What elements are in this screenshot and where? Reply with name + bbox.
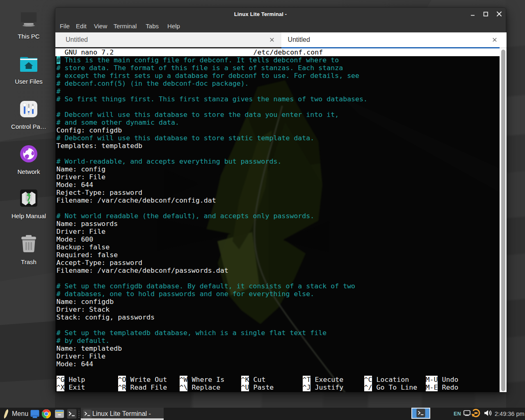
maximize-button[interactable] bbox=[480, 8, 492, 20]
nano-line: # debconf.conf(5) (in the debconf-doc pa… bbox=[57, 80, 500, 87]
tab-label: Untitled bbox=[288, 36, 310, 43]
nano-line: Filename: /var/cache/debconf/passwords.d… bbox=[57, 267, 500, 274]
nano-line: Driver: Stack bbox=[57, 306, 500, 313]
desktop-icon-label: Control Pa… bbox=[4, 123, 53, 130]
terminal-scrollbar[interactable] bbox=[500, 48, 507, 392]
nano-line: # databases, one to hold passwords and o… bbox=[57, 290, 500, 298]
nano-line: # Set up the templatedb database, which … bbox=[57, 329, 500, 337]
tab-untitled-1[interactable]: Untitled bbox=[55, 32, 281, 47]
nano-line: # Set up the configdb database. By defau… bbox=[57, 282, 500, 290]
nano-shortcut: ^W Where Is bbox=[180, 376, 225, 383]
nano-line bbox=[57, 150, 500, 158]
nano-line: Driver: File bbox=[57, 228, 500, 235]
nano-shortcut: ^K Cut bbox=[241, 376, 266, 383]
screen-tray-icon[interactable] bbox=[463, 410, 470, 418]
nano-shortcut: ^G Help bbox=[57, 376, 85, 383]
minimize-button[interactable] bbox=[467, 8, 479, 20]
desktop-icon-user-files[interactable]: User Files bbox=[4, 52, 53, 85]
nano-line: # Not world readable (the default), and … bbox=[57, 212, 500, 220]
active-task-indicator bbox=[81, 418, 164, 420]
menu-button[interactable]: Menu bbox=[0, 408, 30, 420]
taskbar-window-button[interactable]: Linux Lite Terminal - bbox=[81, 408, 164, 420]
nano-line bbox=[57, 204, 500, 212]
menubar: File Edit View Terminal Tabs Help bbox=[55, 20, 506, 32]
taskbar: Menu bbox=[0, 408, 525, 420]
nano-shortcut: ^O Write Out bbox=[118, 376, 167, 383]
user-files-icon bbox=[4, 52, 53, 72]
nano-line: Stack: config, passwords bbox=[57, 313, 500, 321]
nano-line: Driver: File bbox=[57, 173, 500, 181]
file-manager-icon[interactable] bbox=[55, 409, 64, 419]
menu-file[interactable]: File bbox=[60, 20, 70, 32]
close-button[interactable] bbox=[493, 8, 505, 20]
menu-view[interactable]: View bbox=[94, 20, 107, 32]
nano-shortcut: ^U Paste bbox=[241, 383, 274, 391]
nano-line: Mode: 644 bbox=[57, 360, 500, 368]
scrollbar-thumb[interactable] bbox=[501, 50, 505, 391]
panel-separator bbox=[78, 409, 80, 418]
nano-shortcut: ^T Execute bbox=[303, 376, 344, 383]
desktop-icon-this-pc[interactable]: This PC bbox=[4, 7, 53, 40]
nano-line: Backup: false bbox=[57, 243, 500, 251]
help-manual-icon bbox=[4, 186, 53, 207]
nano-shortcut: M-U Undo bbox=[426, 376, 459, 383]
nano-line: Templates: templatedb bbox=[57, 142, 500, 150]
menu-edit[interactable]: Edit bbox=[76, 20, 87, 32]
nano-line: Filename: /var/cache/debconf/config.dat bbox=[57, 196, 500, 204]
nano-filename: /etc/debconf.conf bbox=[253, 48, 507, 56]
nano-line: Accept-Type: password bbox=[57, 259, 500, 267]
menu-terminal[interactable]: Terminal bbox=[114, 20, 137, 32]
desktop-icon-label: Help Manual bbox=[4, 212, 53, 219]
nano-line: Name: templatedb bbox=[57, 345, 500, 352]
wallpaper-facet bbox=[506, 0, 525, 408]
terminal-launcher-icon[interactable] bbox=[67, 409, 77, 419]
nano-titlebar: GNU nano 7.2 /etc/debconf.conf bbox=[55, 48, 500, 56]
wallpaper-facet bbox=[55, 392, 506, 408]
menu-help[interactable]: Help bbox=[167, 20, 180, 32]
nano-line: # This is the main config file for debco… bbox=[57, 56, 500, 64]
nano-shortcut: ^X Exit bbox=[57, 383, 85, 391]
nano-line: Name: config bbox=[57, 165, 500, 173]
nano-cursor: # bbox=[57, 56, 61, 64]
keyboard-layout-indicator[interactable]: EN bbox=[454, 411, 461, 417]
tab-untitled-2[interactable]: Untitled bbox=[281, 32, 507, 47]
tab-close-icon[interactable] bbox=[269, 37, 275, 43]
trash-icon bbox=[4, 232, 53, 253]
volume-tray-icon[interactable] bbox=[484, 410, 492, 418]
tab-close-icon[interactable] bbox=[491, 37, 498, 43]
nano-line: Name: passwords bbox=[57, 220, 500, 228]
nano-shortcut: ^J Justify bbox=[303, 383, 344, 391]
window-titlebar[interactable]: Linux Lite Terminal - bbox=[55, 8, 506, 20]
nano-shortcut: ^R Read File bbox=[118, 383, 167, 391]
nano-line: # bbox=[57, 87, 500, 95]
nano-line bbox=[57, 274, 500, 282]
this-pc-icon bbox=[4, 7, 53, 27]
nano-line: Reject-Type: password bbox=[57, 189, 500, 196]
desktop-icon-network[interactable]: Network bbox=[4, 142, 53, 175]
taskbar-clock: 2:49:36 pm bbox=[495, 411, 525, 417]
tab-label: Untitled bbox=[66, 36, 88, 43]
desktop-icon-trash[interactable]: Trash bbox=[4, 232, 53, 265]
tray-terminal-button[interactable] bbox=[411, 408, 430, 419]
taskbar-window-label: Linux Lite Terminal - bbox=[92, 410, 151, 418]
chrome-icon[interactable] bbox=[41, 409, 51, 419]
desktop-icon-help-manual[interactable]: Help Manual bbox=[4, 186, 53, 219]
tray-terminal-icon bbox=[416, 409, 425, 418]
desktop-icon-label: Network bbox=[4, 168, 53, 175]
nano-line: # Debconf will use this database to stor… bbox=[57, 111, 500, 119]
updates-tray-icon[interactable] bbox=[471, 408, 481, 420]
nano-shortcut: ^/ Go To Line bbox=[364, 383, 418, 391]
nano-line: # Debconf will use this database to stor… bbox=[57, 134, 500, 142]
menu-tabs[interactable]: Tabs bbox=[146, 20, 159, 32]
nano-line: Driver: File bbox=[57, 352, 500, 360]
nano-line: # by default. bbox=[57, 337, 500, 345]
nano-line bbox=[57, 321, 500, 329]
nano-line: # So first things first. This first stan… bbox=[57, 95, 500, 103]
desktop-icon-control-panel[interactable]: Control Pa… bbox=[4, 97, 53, 130]
nano-line: Mode: 644 bbox=[57, 181, 500, 189]
terminal-screen[interactable]: GNU nano 7.2 /etc/debconf.conf # This is… bbox=[55, 48, 507, 392]
nano-line: # except the first sets up a database fo… bbox=[57, 72, 500, 80]
linux-lite-feather-icon bbox=[3, 409, 9, 419]
nano-line: # store data. The format of this file is… bbox=[57, 64, 500, 72]
desktop-pager-icon[interactable] bbox=[30, 409, 40, 419]
